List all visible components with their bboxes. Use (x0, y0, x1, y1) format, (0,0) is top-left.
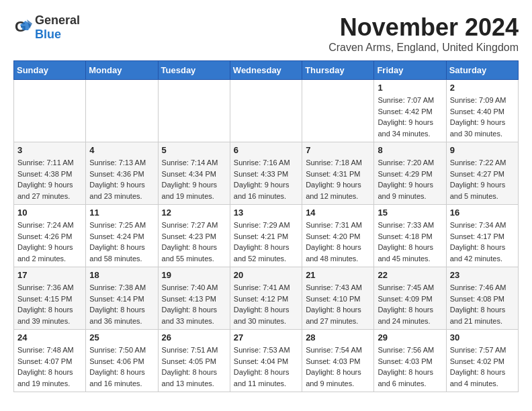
day-info: Sunrise: 7:11 AM Sunset: 4:38 PM Dayligh… (17, 157, 82, 201)
day-number: 11 (89, 208, 154, 218)
day-info: Sunrise: 7:18 AM Sunset: 4:31 PM Dayligh… (306, 157, 370, 201)
day-info: Sunrise: 7:40 AM Sunset: 4:13 PM Dayligh… (162, 282, 226, 326)
day-number: 1 (378, 83, 442, 93)
calendar-cell: 17Sunrise: 7:36 AM Sunset: 4:15 PM Dayli… (14, 267, 86, 330)
day-info: Sunrise: 7:48 AM Sunset: 4:07 PM Dayligh… (17, 345, 82, 389)
weekday-header-row: SundayMondayTuesdayWednesdayThursdayFrid… (14, 61, 519, 80)
day-number: 19 (162, 270, 226, 280)
title-area: November 2024 Craven Arms, England, Unit… (328, 13, 519, 54)
day-info: Sunrise: 7:54 AM Sunset: 4:03 PM Dayligh… (306, 345, 370, 389)
calendar-cell: 18Sunrise: 7:38 AM Sunset: 4:14 PM Dayli… (86, 267, 158, 330)
day-info: Sunrise: 7:13 AM Sunset: 4:36 PM Dayligh… (89, 157, 154, 201)
day-number: 14 (306, 208, 370, 218)
day-number: 25 (89, 332, 154, 342)
calendar-cell: 8Sunrise: 7:20 AM Sunset: 4:29 PM Daylig… (374, 142, 446, 205)
calendar-cell: 6Sunrise: 7:16 AM Sunset: 4:33 PM Daylig… (230, 142, 302, 205)
day-number: 3 (17, 145, 82, 155)
day-number: 27 (234, 332, 298, 342)
day-number: 4 (89, 145, 154, 155)
weekday-header-friday: Friday (374, 61, 446, 80)
day-info: Sunrise: 7:38 AM Sunset: 4:14 PM Dayligh… (89, 282, 154, 326)
day-info: Sunrise: 7:36 AM Sunset: 4:15 PM Dayligh… (17, 282, 82, 326)
calendar-cell: 15Sunrise: 7:33 AM Sunset: 4:18 PM Dayli… (374, 205, 446, 267)
day-info: Sunrise: 7:14 AM Sunset: 4:34 PM Dayligh… (162, 157, 226, 201)
day-info: Sunrise: 7:53 AM Sunset: 4:04 PM Dayligh… (234, 345, 298, 389)
calendar-cell: 29Sunrise: 7:56 AM Sunset: 4:03 PM Dayli… (374, 330, 446, 392)
calendar-week-row: 1Sunrise: 7:07 AM Sunset: 4:42 PM Daylig… (14, 80, 519, 142)
day-number: 8 (378, 145, 442, 155)
day-number: 9 (450, 145, 515, 155)
calendar-week-row: 24Sunrise: 7:48 AM Sunset: 4:07 PM Dayli… (14, 330, 519, 392)
calendar-cell: 19Sunrise: 7:40 AM Sunset: 4:13 PM Dayli… (158, 267, 230, 330)
day-number: 2 (450, 83, 515, 93)
location-title: Craven Arms, England, United Kingdom (328, 42, 519, 54)
day-info: Sunrise: 7:45 AM Sunset: 4:09 PM Dayligh… (378, 282, 442, 326)
weekday-header-saturday: Saturday (446, 61, 518, 80)
day-number: 12 (162, 208, 226, 218)
day-number: 28 (306, 332, 370, 342)
day-number: 16 (450, 208, 515, 218)
calendar-cell: 11Sunrise: 7:25 AM Sunset: 4:24 PM Dayli… (86, 205, 158, 267)
calendar-cell: 4Sunrise: 7:13 AM Sunset: 4:36 PM Daylig… (86, 142, 158, 205)
page-header: G General Blue November 2024 Craven Arms… (13, 13, 519, 54)
day-info: Sunrise: 7:43 AM Sunset: 4:10 PM Dayligh… (306, 282, 370, 326)
day-info: Sunrise: 7:50 AM Sunset: 4:06 PM Dayligh… (89, 345, 154, 389)
calendar-cell: 1Sunrise: 7:07 AM Sunset: 4:42 PM Daylig… (374, 80, 446, 142)
day-info: Sunrise: 7:29 AM Sunset: 4:21 PM Dayligh… (234, 220, 298, 264)
calendar-cell: 28Sunrise: 7:54 AM Sunset: 4:03 PM Dayli… (302, 330, 374, 392)
day-info: Sunrise: 7:20 AM Sunset: 4:29 PM Dayligh… (378, 157, 442, 201)
calendar-cell: 7Sunrise: 7:18 AM Sunset: 4:31 PM Daylig… (302, 142, 374, 205)
calendar-cell: 21Sunrise: 7:43 AM Sunset: 4:10 PM Dayli… (302, 267, 374, 330)
logo-icon: G (13, 18, 32, 37)
calendar-cell (86, 80, 158, 142)
calendar-cell: 3Sunrise: 7:11 AM Sunset: 4:38 PM Daylig… (14, 142, 86, 205)
calendar-cell: 24Sunrise: 7:48 AM Sunset: 4:07 PM Dayli… (14, 330, 86, 392)
calendar-week-row: 10Sunrise: 7:24 AM Sunset: 4:26 PM Dayli… (14, 205, 519, 267)
day-number: 10 (17, 208, 82, 218)
day-number: 22 (378, 270, 442, 280)
day-number: 30 (450, 332, 515, 342)
calendar-cell: 26Sunrise: 7:51 AM Sunset: 4:05 PM Dayli… (158, 330, 230, 392)
calendar-cell (158, 80, 230, 142)
day-info: Sunrise: 7:24 AM Sunset: 4:26 PM Dayligh… (17, 220, 82, 264)
weekday-header-thursday: Thursday (302, 61, 374, 80)
day-number: 15 (378, 208, 442, 218)
day-info: Sunrise: 7:25 AM Sunset: 4:24 PM Dayligh… (89, 220, 154, 264)
day-number: 20 (234, 270, 298, 280)
day-number: 23 (450, 270, 515, 280)
weekday-header-wednesday: Wednesday (230, 61, 302, 80)
calendar-cell: 5Sunrise: 7:14 AM Sunset: 4:34 PM Daylig… (158, 142, 230, 205)
logo-text: General Blue (35, 13, 80, 42)
calendar-cell: 14Sunrise: 7:31 AM Sunset: 4:20 PM Dayli… (302, 205, 374, 267)
calendar-cell: 25Sunrise: 7:50 AM Sunset: 4:06 PM Dayli… (86, 330, 158, 392)
weekday-header-sunday: Sunday (14, 61, 86, 80)
weekday-header-monday: Monday (86, 61, 158, 80)
calendar-cell (302, 80, 374, 142)
month-title: November 2024 (328, 13, 519, 42)
day-info: Sunrise: 7:22 AM Sunset: 4:27 PM Dayligh… (450, 157, 515, 201)
day-number: 18 (89, 270, 154, 280)
calendar-cell: 12Sunrise: 7:27 AM Sunset: 4:23 PM Dayli… (158, 205, 230, 267)
calendar-cell: 16Sunrise: 7:34 AM Sunset: 4:17 PM Dayli… (446, 205, 518, 267)
calendar-cell: 30Sunrise: 7:57 AM Sunset: 4:02 PM Dayli… (446, 330, 518, 392)
day-number: 21 (306, 270, 370, 280)
calendar-cell: 20Sunrise: 7:41 AM Sunset: 4:12 PM Dayli… (230, 267, 302, 330)
calendar-cell (230, 80, 302, 142)
calendar-cell: 10Sunrise: 7:24 AM Sunset: 4:26 PM Dayli… (14, 205, 86, 267)
day-number: 5 (162, 145, 226, 155)
logo: G General Blue (13, 13, 80, 42)
calendar-cell: 23Sunrise: 7:46 AM Sunset: 4:08 PM Dayli… (446, 267, 518, 330)
day-info: Sunrise: 7:51 AM Sunset: 4:05 PM Dayligh… (162, 345, 226, 389)
day-number: 7 (306, 145, 370, 155)
calendar-cell: 9Sunrise: 7:22 AM Sunset: 4:27 PM Daylig… (446, 142, 518, 205)
calendar-week-row: 3Sunrise: 7:11 AM Sunset: 4:38 PM Daylig… (14, 142, 519, 205)
day-number: 26 (162, 332, 226, 342)
day-number: 24 (17, 332, 82, 342)
day-number: 17 (17, 270, 82, 280)
day-number: 13 (234, 208, 298, 218)
calendar-cell: 27Sunrise: 7:53 AM Sunset: 4:04 PM Dayli… (230, 330, 302, 392)
weekday-header-tuesday: Tuesday (158, 61, 230, 80)
day-info: Sunrise: 7:27 AM Sunset: 4:23 PM Dayligh… (162, 220, 226, 264)
day-info: Sunrise: 7:41 AM Sunset: 4:12 PM Dayligh… (234, 282, 298, 326)
calendar-table: SundayMondayTuesdayWednesdayThursdayFrid… (13, 60, 519, 392)
